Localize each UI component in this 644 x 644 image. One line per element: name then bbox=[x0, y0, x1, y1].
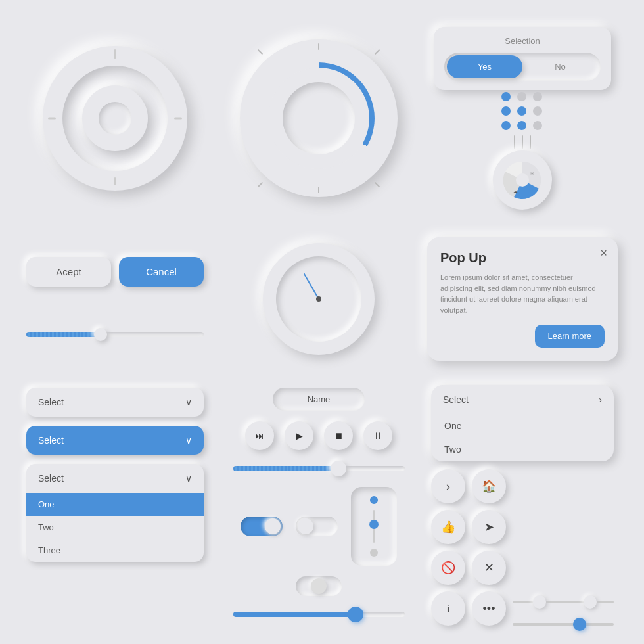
bottom-slider-thumb[interactable] bbox=[348, 607, 363, 622]
chevron-right-icon: › bbox=[599, 394, 602, 405]
dropdown-item-three[interactable]: Three bbox=[26, 539, 204, 562]
progress-slider[interactable] bbox=[26, 328, 204, 341]
vertical-slider-card[interactable] bbox=[351, 487, 397, 566]
range-slider-top[interactable] bbox=[513, 595, 614, 609]
cancel-button[interactable]: Cancel bbox=[119, 257, 204, 287]
select-label-1: Select bbox=[38, 397, 64, 407]
bottom-slider[interactable] bbox=[233, 607, 405, 622]
vert-bar-2 bbox=[522, 135, 523, 149]
dropdown2-header[interactable]: Select › bbox=[431, 385, 614, 414]
tick-right bbox=[174, 118, 182, 120]
toggles-row bbox=[223, 487, 414, 566]
media-slider-track bbox=[233, 466, 405, 471]
pause-button[interactable]: ⏸ bbox=[363, 421, 392, 450]
rotary-center bbox=[99, 102, 131, 135]
vert-dot-blue-top bbox=[370, 496, 378, 504]
toggle-thumb-on bbox=[265, 518, 281, 534]
accept-cancel-row: Acept Cancel bbox=[26, 257, 204, 287]
slider-track bbox=[26, 332, 204, 337]
dot-8 bbox=[517, 121, 526, 130]
thumbsup-button[interactable]: 👍 bbox=[431, 510, 465, 544]
rotary-mid-ring bbox=[62, 66, 168, 171]
play-button[interactable]: ▶ bbox=[285, 421, 313, 450]
toggle-center[interactable] bbox=[296, 576, 342, 596]
dot-1 bbox=[501, 92, 511, 101]
vert-slider-thumb bbox=[369, 520, 379, 529]
accept-button[interactable]: Acept bbox=[26, 257, 111, 287]
clock-inner bbox=[276, 256, 361, 342]
media-slider[interactable] bbox=[233, 461, 405, 476]
selection-no[interactable]: No bbox=[522, 55, 598, 78]
selection-yes[interactable]: Yes bbox=[447, 55, 522, 78]
chevron-right-button[interactable]: › bbox=[431, 469, 465, 503]
info-button[interactable]: i bbox=[431, 591, 465, 626]
rotary-knob-big bbox=[13, 13, 217, 223]
range-sliders bbox=[513, 469, 614, 633]
clock-outer[interactable] bbox=[263, 243, 375, 355]
stop-button[interactable]: ⏹ bbox=[324, 421, 353, 450]
popup-title: Pop Up bbox=[440, 250, 605, 265]
popup-card: × Pop Up Lorem ipsum dolor sit amet, con… bbox=[427, 237, 618, 361]
block-button[interactable]: 🚫 bbox=[431, 551, 465, 585]
name-input[interactable] bbox=[273, 388, 365, 411]
range-track-bottom bbox=[513, 623, 614, 626]
more-button[interactable]: ••• bbox=[472, 591, 506, 626]
dial-center bbox=[283, 82, 355, 154]
range-thumb-blue[interactable] bbox=[573, 618, 586, 631]
clock-minute-hand bbox=[304, 273, 319, 300]
media-slider-thumb[interactable] bbox=[331, 461, 346, 476]
forward-button[interactable]: ➤ bbox=[472, 510, 506, 544]
pie-icon-sun: ☀ bbox=[530, 171, 534, 177]
range-thumb-right[interactable] bbox=[584, 595, 597, 609]
dial-tick-10 bbox=[258, 49, 263, 55]
dot-4 bbox=[501, 106, 511, 116]
range-thumb-left[interactable] bbox=[533, 595, 546, 609]
learn-more-button[interactable]: Learn more bbox=[535, 325, 605, 348]
range-track-top bbox=[513, 601, 614, 603]
icon-grid-left: › 🏠 👍 ➤ 🚫 ✕ i ••• bbox=[431, 469, 506, 626]
selection-toggle[interactable]: Yes No bbox=[444, 53, 601, 81]
dropdown-item-one[interactable]: One bbox=[26, 493, 204, 516]
pie-center bbox=[516, 173, 529, 187]
pie-svg: ☀ ☁ 🌧 bbox=[499, 157, 545, 203]
dial-tick-12 bbox=[318, 43, 319, 50]
fast-forward-button[interactable]: ⏭ bbox=[245, 421, 274, 450]
vert-bar-1 bbox=[514, 135, 515, 149]
dropdown2-item-two[interactable]: Two bbox=[431, 438, 614, 461]
slider-thumb[interactable] bbox=[94, 328, 107, 341]
vert-slider-line bbox=[373, 510, 375, 543]
dial-tick-6 bbox=[318, 187, 319, 193]
toggle-bottom-row bbox=[233, 576, 405, 596]
vert-bar-3 bbox=[530, 135, 531, 149]
close-button[interactable]: ✕ bbox=[472, 551, 506, 585]
pie-icon-cloud: ☁ bbox=[513, 189, 518, 195]
dropdown-icons-cell: Select › One Two Three Four › 🏠 👍 ➤ 🚫 ✕ … bbox=[421, 375, 624, 644]
tick-bottom bbox=[114, 177, 116, 185]
dropdown2-card: Select › One Two Three Four bbox=[431, 385, 614, 461]
chevron-down-icon-blue: ∨ bbox=[185, 435, 192, 446]
dropdown-item-two[interactable]: Two bbox=[26, 516, 204, 539]
close-icon[interactable]: × bbox=[600, 246, 607, 260]
rotary-outer-ring[interactable] bbox=[43, 46, 187, 191]
toggle-center-thumb bbox=[311, 578, 327, 594]
range-slider-bottom[interactable] bbox=[513, 618, 614, 631]
select-dropdown-open: Select ∨ One Two Three bbox=[26, 464, 204, 562]
dots-grid bbox=[501, 92, 543, 130]
select-label-3: Select bbox=[38, 473, 64, 484]
selects-cell: Select ∨ Select ∨ Select ∨ One Two Three bbox=[13, 375, 217, 644]
select-blue[interactable]: Select ∨ bbox=[26, 426, 204, 455]
dots-pie-cell: Selection Yes No bbox=[421, 13, 624, 223]
dial-outer-ring[interactable] bbox=[240, 39, 398, 197]
toggle-on[interactable] bbox=[241, 517, 283, 536]
select-normal[interactable]: Select ∨ bbox=[26, 388, 204, 417]
toggle-off[interactable] bbox=[296, 517, 338, 536]
dial-blue-ring bbox=[263, 62, 375, 174]
tick-left bbox=[48, 118, 56, 120]
media-toggles-cell: ⏭ ▶ ⏹ ⏸ bbox=[217, 375, 421, 644]
home-button[interactable]: 🏠 bbox=[472, 469, 506, 503]
media-slider-fill bbox=[233, 466, 336, 471]
dot-2 bbox=[517, 92, 526, 101]
dot-3 bbox=[533, 92, 542, 101]
dropdown-header[interactable]: Select ∨ bbox=[26, 464, 204, 493]
dropdown2-item-one[interactable]: One bbox=[431, 414, 614, 438]
